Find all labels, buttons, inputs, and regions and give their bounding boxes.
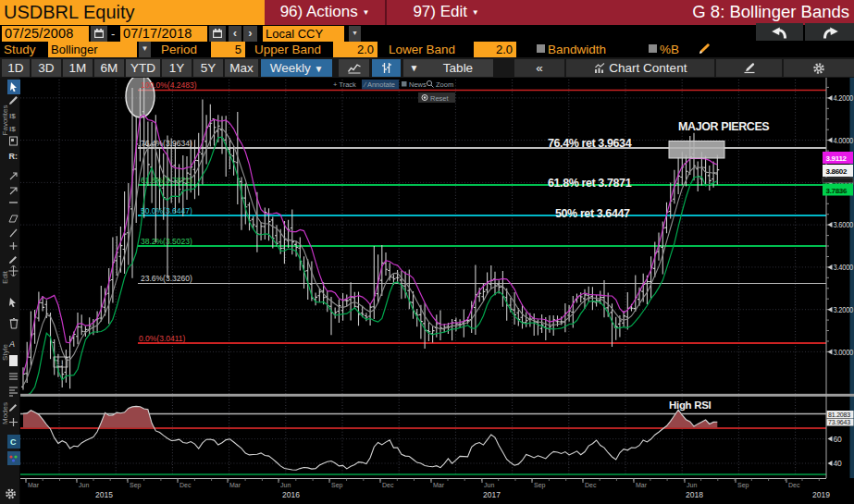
svg-text:Modes: Modes [1, 402, 9, 424]
svg-text:Mar: Mar [433, 482, 445, 488]
svg-text:3.4000: 3.4000 [834, 263, 854, 272]
svg-text:76.4%(3.9634): 76.4%(3.9634) [141, 139, 192, 148]
svg-text:Mar: Mar [28, 482, 40, 488]
svg-text:L1: L1 [56, 360, 63, 366]
svg-text:+ Track: + Track [333, 80, 356, 89]
svg-text:Jun: Jun [687, 482, 697, 488]
svg-text:0.0%(3.0411): 0.0%(3.0411) [139, 334, 186, 343]
svg-text:A: A [8, 339, 15, 349]
svg-text:50% ret 3.6447: 50% ret 3.6447 [555, 207, 630, 220]
svg-text:R:: R: [9, 152, 19, 161]
svg-text:Mar: Mar [229, 482, 241, 488]
svg-text:Sep: Sep [130, 482, 142, 489]
svg-text:2016: 2016 [282, 490, 300, 499]
svg-text:4.2000: 4.2000 [834, 93, 854, 103]
svg-text:I$: I$ [9, 125, 16, 133]
svg-text:Jun: Jun [484, 482, 494, 488]
svg-text:Sep: Sep [331, 482, 343, 489]
svg-text:Dec: Dec [179, 482, 192, 488]
svg-text:50.0%(3.6447): 50.0%(3.6447) [141, 206, 192, 215]
svg-text:61.8% ret 3.7871: 61.8% ret 3.7871 [548, 177, 632, 190]
svg-text:Sep: Sep [534, 482, 546, 489]
svg-text:Dec: Dec [382, 482, 394, 488]
svg-text:2019: 2019 [812, 490, 830, 499]
svg-text:Reset: Reset [430, 94, 450, 103]
svg-text:Style: Style [1, 344, 9, 361]
svg-text:Dec: Dec [788, 482, 800, 488]
svg-text:40: 40 [834, 459, 842, 468]
svg-text:3.2000: 3.2000 [834, 305, 854, 314]
svg-text:76.4% ret 3.9634: 76.4% ret 3.9634 [548, 137, 632, 150]
svg-text:81.2083: 81.2083 [828, 412, 850, 418]
svg-text:2018: 2018 [686, 490, 703, 499]
svg-text:∕ Annotate: ∕ Annotate [363, 80, 395, 89]
svg-text:38.2%(3.5023): 38.2%(3.5023) [141, 237, 192, 246]
svg-text:73.9643: 73.9643 [828, 419, 850, 425]
svg-text:60: 60 [834, 435, 842, 444]
svg-text:23.6%(3.3260): 23.6%(3.3260) [141, 274, 192, 283]
svg-text:Zoom: Zoom [436, 80, 453, 89]
svg-text:MAJOR PIERCES: MAJOR PIERCES [678, 120, 769, 133]
svg-text:3.9112: 3.9112 [826, 154, 848, 163]
svg-text:100.0%(4.2483): 100.0%(4.2483) [141, 80, 197, 90]
svg-text:High RSI: High RSI [669, 400, 712, 411]
svg-text:News: News [409, 80, 427, 89]
svg-text:Favorites: Favorites [1, 105, 9, 136]
svg-text:Jun: Jun [280, 482, 291, 488]
svg-text:I$: I$ [9, 112, 16, 120]
svg-text:Dec: Dec [585, 482, 597, 488]
svg-text:3.0000: 3.0000 [834, 348, 854, 357]
svg-text:Sep: Sep [737, 482, 749, 489]
svg-text:2015: 2015 [95, 490, 113, 499]
svg-text:3.6000: 3.6000 [834, 220, 854, 229]
svg-text:C: C [10, 437, 17, 447]
svg-text:Mar: Mar [636, 482, 648, 488]
svg-text:3.8602: 3.8602 [826, 167, 848, 176]
svg-text:Edit: Edit [1, 270, 9, 284]
svg-text:2017: 2017 [483, 490, 501, 499]
svg-text:Jun: Jun [79, 482, 89, 488]
svg-text:4.0000: 4.0000 [834, 136, 854, 145]
svg-text:3.7836: 3.7836 [826, 187, 848, 195]
svg-text:61.8%(3.7871): 61.8%(3.7871) [141, 176, 192, 185]
